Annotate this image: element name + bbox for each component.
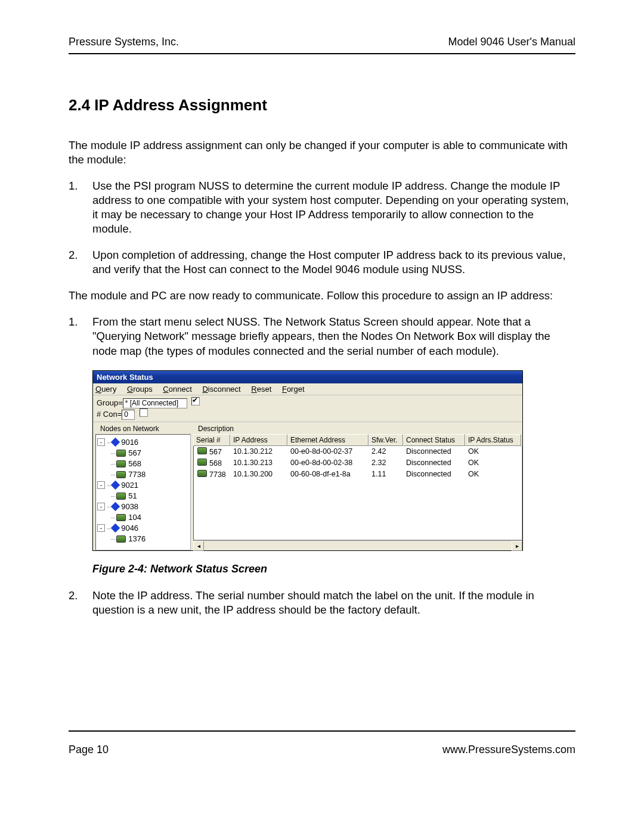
col-ipstat[interactable]: IP Adrs.Status — [465, 434, 521, 446]
menu-reset[interactable]: Reset — [251, 385, 271, 394]
section-title: 2.4 IP Address Assignment — [69, 96, 575, 114]
tree-view[interactable]: -···9016····567····568····7738-···9021··… — [95, 434, 191, 550]
tree-node[interactable]: ····104 — [97, 512, 189, 523]
list-c: 2. Note the IP address. The serial numbe… — [69, 589, 575, 617]
tree-node[interactable]: -···9046 — [97, 523, 189, 534]
scroll-right-icon[interactable]: ▸ — [512, 541, 522, 551]
list-b: 1. From the start menu select NUSS. The … — [69, 315, 575, 358]
module-icon — [197, 447, 207, 454]
list-number: 2. — [69, 248, 92, 277]
tree-label: 567 — [128, 448, 141, 459]
menu-forget[interactable]: Forget — [282, 385, 305, 394]
menu-connect[interactable]: Connect — [163, 385, 191, 394]
node-icon — [111, 524, 120, 533]
header-left: Pressure Systems, Inc. — [69, 36, 179, 48]
module-icon — [116, 514, 126, 521]
header-right: Model 9046 User's Manual — [448, 36, 575, 48]
list-item: 2. Note the IP address. The serial numbe… — [69, 589, 575, 617]
con-label: # Con= — [97, 410, 122, 419]
table-row[interactable]: 773810.1.30.20000-60-08-df-e1-8a1.11Disc… — [194, 469, 522, 480]
figure-caption: Figure 2-4: Network Status Screen — [92, 563, 575, 575]
network-status-window: Network Status Query Groups Connect Disc… — [92, 370, 523, 551]
menu-disconnect[interactable]: Disconnect — [202, 385, 240, 394]
module-icon — [116, 450, 126, 457]
mid-paragraph: The module and PC are now ready to commu… — [69, 289, 575, 303]
window-main: -···9016····567····568····7738-···9021··… — [93, 434, 522, 550]
tree-node[interactable]: -···9038 — [97, 501, 189, 512]
con-field[interactable]: 0 — [122, 410, 135, 420]
nodes-label: Nodes on Network — [97, 425, 198, 433]
node-icon — [111, 502, 120, 512]
page-header: Pressure Systems, Inc. Model 9046 User's… — [69, 36, 575, 54]
tree-node[interactable]: ····51 — [97, 491, 189, 501]
table-row[interactable]: 56710.1.30.21200-e0-8d-00-02-372.42Disco… — [194, 446, 522, 457]
intro-paragraph: The module IP address assignment can onl… — [69, 138, 575, 167]
tree-label: 9038 — [121, 501, 138, 512]
page-footer: Page 10 www.PressureSystems.com — [69, 730, 575, 756]
list-item: 2. Upon completion of addressing, change… — [69, 248, 575, 277]
tree-label: 9016 — [121, 437, 138, 448]
tree-label: 104 — [128, 512, 141, 523]
module-icon — [116, 471, 126, 478]
list-text: Use the PSI program NUSS to determine th… — [92, 179, 575, 236]
tree-label: 9046 — [121, 523, 138, 534]
scroll-left-icon[interactable]: ◂ — [193, 541, 204, 551]
con-checkbox[interactable] — [140, 408, 148, 417]
group-label: Group= — [97, 398, 123, 407]
col-serial[interactable]: Serial # — [193, 434, 230, 446]
tree-label: 51 — [128, 491, 137, 501]
node-icon — [111, 438, 120, 447]
group-field[interactable]: * [All Connected] — [123, 398, 187, 408]
footer-right: www.PressureSystems.com — [442, 744, 575, 756]
grid-header: Serial # IP Address Ethernet Address Sfw… — [193, 434, 522, 446]
list-item: 1. From the start menu select NUSS. The … — [69, 315, 575, 358]
list-number: 2. — [69, 589, 92, 617]
footer-left: Page 10 — [69, 744, 109, 756]
tree-node[interactable]: -···9016 — [97, 437, 189, 448]
list-text: Upon completion of addressing, change th… — [92, 248, 575, 277]
tree-node[interactable]: -···9021 — [97, 480, 189, 491]
tree-label: 7738 — [128, 469, 145, 480]
col-ip[interactable]: IP Address — [230, 434, 287, 446]
window-titlebar: Network Status — [93, 371, 522, 383]
col-eth[interactable]: Ethernet Address — [287, 434, 369, 446]
module-icon — [116, 460, 126, 467]
window-menubar: Query Groups Connect Disconnect Reset Fo… — [93, 383, 522, 395]
menu-groups[interactable]: Groups — [127, 385, 153, 394]
list-text: Note the IP address. The serial number s… — [92, 589, 575, 617]
tree-node[interactable]: ····568 — [97, 459, 189, 469]
module-icon — [197, 459, 207, 466]
list-text: From the start menu select NUSS. The Net… — [92, 315, 575, 358]
tree-label: 9021 — [121, 480, 138, 491]
table-row[interactable]: 56810.1.30.21300-e0-8d-00-02-382.32Disco… — [194, 457, 522, 469]
node-icon — [111, 481, 120, 490]
col-conn[interactable]: Connect Status — [403, 434, 465, 446]
module-icon — [116, 535, 126, 543]
list-item: 1. Use the PSI program NUSS to determine… — [69, 179, 575, 236]
tree-label: 568 — [128, 459, 141, 469]
description-label: Description — [198, 425, 234, 433]
tree-node[interactable]: ····1376 — [97, 534, 189, 544]
tree-label: 1376 — [128, 534, 145, 544]
module-icon — [116, 493, 126, 500]
grid-body[interactable]: 56710.1.30.21200-e0-8d-00-02-372.42Disco… — [193, 446, 522, 540]
tree-node[interactable]: ····7738 — [97, 469, 189, 480]
group-checkbox[interactable] — [191, 397, 200, 405]
list-number: 1. — [69, 315, 92, 358]
tree-node[interactable]: ····567 — [97, 448, 189, 459]
horizontal-scrollbar[interactable]: ◂ ▸ — [193, 540, 522, 550]
col-sfw[interactable]: Sfw.Ver. — [369, 434, 403, 446]
window-toolbar: Group=* [All Connected] # Con=0 — [93, 395, 522, 422]
module-icon — [197, 470, 207, 477]
list-number: 1. — [69, 179, 92, 236]
grid-pane: Serial # IP Address Ethernet Address Sfw… — [193, 434, 522, 550]
pane-labels: Nodes on Network Description — [93, 422, 522, 434]
list-a: 1. Use the PSI program NUSS to determine… — [69, 179, 575, 277]
menu-query[interactable]: Query — [95, 385, 116, 394]
